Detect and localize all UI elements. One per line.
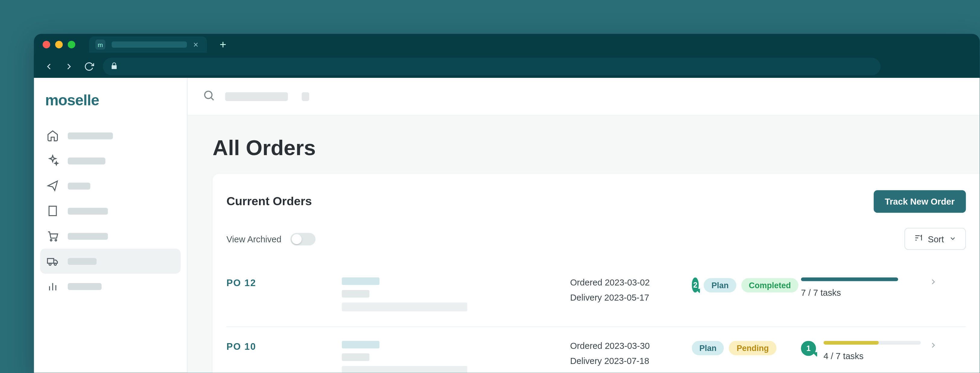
comment-count-badge: 1 [801,341,816,356]
sort-button[interactable]: Sort [905,228,966,250]
sidebar-item-label [68,258,97,265]
chips-cell: 2PlanCompleted [692,277,799,292]
product-placeholder [342,341,568,373]
reload-button[interactable] [83,61,95,73]
sidebar-item-truck[interactable] [40,249,181,274]
tasks-label: 7 / 7 tasks [801,288,926,298]
ordered-date: Ordered 2023-03-02 [570,277,689,287]
browser-toolbar [34,55,980,78]
progress-bar [801,277,898,281]
search-bar [188,78,980,116]
dates-cell: Ordered 2023-03-30Delivery 2023-07-18 [570,341,689,366]
view-archived-label: View Archived [226,234,282,244]
svg-point-10 [49,263,51,265]
chart-icon [46,280,59,293]
search-icon[interactable] [203,89,215,104]
svg-rect-9 [47,258,54,263]
sidebar-item-cart[interactable] [40,223,181,249]
send-icon [46,180,59,192]
sparkle-icon [46,155,59,167]
orders-card: Current Orders Track New Order View Arch… [213,174,980,373]
po-number: PO 12 [226,277,339,288]
sidebar-item-label [68,233,108,240]
back-button[interactable] [43,61,55,73]
browser-window: m × + [34,34,980,373]
address-bar[interactable] [103,57,880,75]
truck-icon [46,255,59,267]
tab-close-button[interactable]: × [193,40,199,49]
comment-count-badge: 2 [692,277,699,292]
chevron-down-icon [949,234,956,244]
view-archived-group: View Archived [226,233,315,245]
search-placeholder-short [302,92,309,101]
svg-point-15 [205,91,212,98]
app-logo: moselle [40,89,181,119]
sidebar-item-analytics[interactable] [40,274,181,299]
chips-cell: PlanPending [692,341,799,355]
maximize-window-button[interactable] [68,41,75,48]
order-row[interactable]: PO 10Ordered 2023-03-30Delivery 2023-07-… [226,327,966,373]
sidebar-item-label [68,283,102,290]
status-chip-plan: Plan [704,277,737,292]
card-title: Current Orders [226,194,312,209]
tasks-label: 4 / 7 tasks [824,351,921,361]
browser-tab[interactable]: m × [89,37,207,53]
progress-bar [824,341,921,344]
order-row[interactable]: PO 12Ordered 2023-03-02Delivery 2023-05-… [226,264,966,327]
view-archived-toggle[interactable] [290,233,315,245]
progress-cell: 14 / 7 tasks [801,341,926,361]
main: All Orders Current Orders Track New Orde… [188,78,980,373]
status-chip-completed: Completed [741,277,799,292]
search-placeholder [225,92,288,101]
home-icon [46,129,59,142]
lock-icon [110,61,118,72]
sidebar-item-home[interactable] [40,123,181,148]
tab-favicon: m [95,40,105,49]
sidebar-item-label [68,182,91,189]
titlebar: m × + [34,34,980,55]
progress-cell: 7 / 7 tasks [801,277,926,298]
new-tab-button[interactable]: + [220,38,226,51]
sidebar-item-send[interactable] [40,173,181,198]
minimize-window-button[interactable] [55,41,63,48]
svg-point-7 [50,239,52,241]
delivery-date: Delivery 2023-07-18 [570,356,689,366]
svg-line-16 [212,97,214,100]
building-icon [46,205,59,217]
window-controls [43,41,75,48]
sort-label: Sort [928,234,944,244]
product-placeholder [342,277,568,311]
svg-rect-0 [49,206,56,215]
content: All Orders Current Orders Track New Orde… [188,116,980,373]
close-window-button[interactable] [43,41,50,48]
app-root: moselle All Orders [34,78,980,373]
sidebar-item-label [68,207,108,214]
tab-title-placeholder [111,41,187,48]
sidebar-item-sparkle[interactable] [40,148,181,173]
po-number: PO 10 [226,341,339,351]
delivery-date: Delivery 2023-05-17 [570,292,689,302]
page-title: All Orders [188,135,980,174]
status-chip-pending: Pending [729,341,776,355]
status-chip-plan: Plan [692,341,724,355]
ordered-date: Ordered 2023-03-30 [570,341,689,351]
forward-button[interactable] [63,61,75,73]
chevron-right-icon[interactable] [929,341,944,349]
cart-icon [46,230,59,242]
track-new-order-button[interactable]: Track New Order [873,190,966,213]
sidebar-item-label [68,157,105,164]
sidebar-item-label [68,132,113,139]
chevron-right-icon[interactable] [929,277,944,286]
dates-cell: Ordered 2023-03-02Delivery 2023-05-17 [570,277,689,302]
sidebar-item-building[interactable] [40,198,181,223]
svg-point-8 [55,239,57,241]
svg-point-11 [54,263,56,265]
sort-icon [914,234,923,244]
sidebar: moselle [34,78,188,373]
